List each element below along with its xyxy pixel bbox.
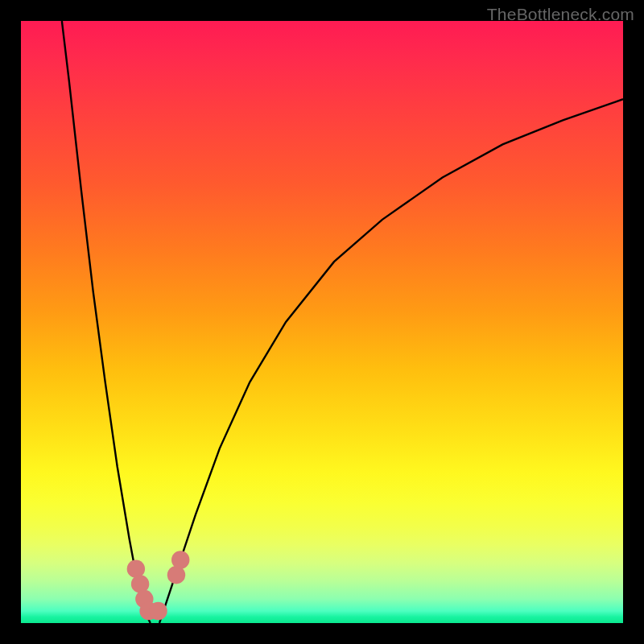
curve-right-curve — [159, 99, 623, 623]
curve-left-curve — [62, 21, 151, 623]
series-group — [62, 21, 623, 623]
marker-point-e — [149, 602, 167, 620]
markers-group — [127, 551, 190, 620]
plot-area — [21, 21, 623, 623]
watermark-text: TheBottleneck.com — [487, 5, 634, 24]
marker-point-g — [171, 551, 189, 568]
chart-svg — [21, 21, 623, 623]
